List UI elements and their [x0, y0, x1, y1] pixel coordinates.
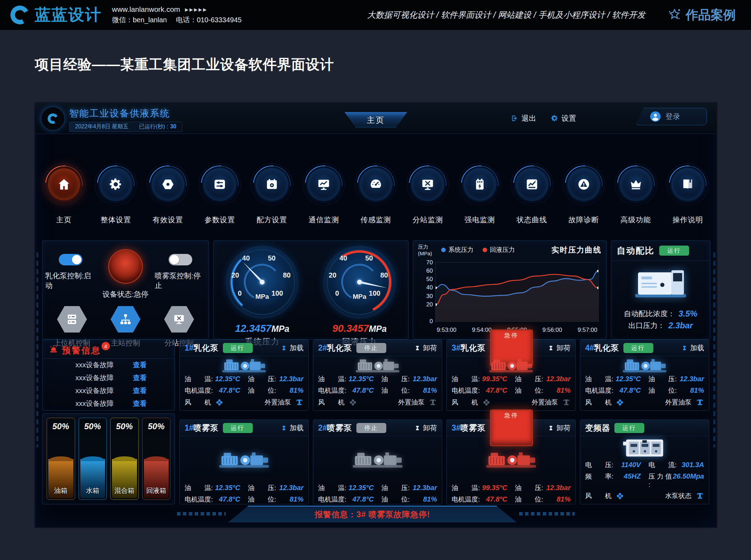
services-list: 大数据可视化设计 / 软件界面设计 / 网站建设 / 手机及小程序设计 / 软件… — [367, 9, 645, 21]
data-field: 油 温:99.35°C — [452, 375, 507, 384]
network-hex-button[interactable] — [111, 306, 140, 333]
fan-label: 风 机 — [318, 398, 345, 407]
gauge-hub — [357, 280, 362, 285]
host-hex-button[interactable] — [57, 306, 87, 333]
logout-button[interactable]: 退出 — [511, 113, 536, 123]
data-label: 电 压: — [585, 461, 613, 470]
nav-item-home[interactable]: 主页 — [38, 147, 90, 225]
card-number: 4# — [585, 343, 594, 353]
nav-item-hexagon[interactable]: 有效设置 — [142, 147, 194, 225]
unload-button[interactable]: 卸荷 — [548, 343, 571, 353]
nav-item-sensor[interactable]: 传感监测 — [350, 147, 402, 225]
pump-label: 外置油泵 — [265, 398, 291, 407]
hourglass-icon — [414, 345, 420, 351]
card-title: 乳化泵 — [461, 343, 486, 353]
data-value: 81% — [557, 386, 571, 394]
view-link[interactable]: 查看 — [133, 373, 175, 383]
pump-3-card: 3#乳化泵急停卸荷油 温:99.35°C油 压:12.3bar电机温度:47.8… — [446, 339, 576, 411]
nav-item-label: 状态曲线 — [517, 215, 547, 225]
auto-ratio-title: 自动配比 — [617, 245, 654, 256]
card-title: 乳化泵 — [327, 343, 352, 353]
load-button[interactable]: 加载 — [681, 343, 704, 353]
status-badge: 停止 — [356, 343, 386, 353]
data-field: 油 位:81% — [381, 386, 437, 395]
legend-dot-red — [483, 248, 487, 252]
nav-item-label: 有效设置 — [153, 215, 183, 225]
data-label: 油 温: — [318, 375, 346, 384]
nav-item-diagnosis[interactable]: 故障诊断 — [558, 147, 610, 225]
data-value: 47.8°C — [219, 386, 240, 394]
view-link[interactable]: 查看 — [133, 360, 175, 370]
tank-label: 油箱 — [47, 486, 75, 495]
spray-pump-toggle[interactable] — [169, 254, 192, 265]
nav-item-substation[interactable]: 分站监测 — [402, 147, 454, 225]
tick-0: 0 — [238, 289, 242, 297]
data-value: 12.35°C — [215, 375, 241, 383]
pump-icon — [696, 492, 704, 500]
data-field: 电 流:301.3A — [648, 461, 704, 470]
unload-button[interactable]: 卸荷 — [548, 423, 571, 433]
warning-text: xxx设备故障 — [42, 399, 133, 408]
nav-item-sliders[interactable]: 参数设置 — [194, 147, 246, 225]
data-field: 油 位:81% — [648, 386, 704, 395]
runtime-label: 已运行(秒) : — [139, 123, 168, 129]
tab-home[interactable]: 主页 — [345, 112, 407, 128]
nav-item-gear[interactable]: 整体设置 — [90, 147, 142, 225]
gauge-unit: MPa — [272, 324, 289, 334]
view-link[interactable]: 查看 — [133, 386, 175, 395]
data-field: 油 位:81% — [248, 386, 304, 395]
siren-icon — [49, 345, 58, 354]
warning-text: xxx设备故障 — [42, 360, 133, 370]
legend-system-pressure[interactable]: 系统压力 — [441, 246, 474, 254]
data-value: 12.3bar — [279, 484, 304, 492]
nav-item-comm[interactable]: 通信监测 — [298, 147, 350, 225]
view-link[interactable]: 查看 — [133, 399, 175, 408]
data-label: 油 位: — [515, 386, 543, 395]
nav-item-manual[interactable]: 操作说明 — [662, 147, 714, 225]
login-label: 登录 — [665, 112, 680, 121]
emergency-stop-button[interactable] — [108, 249, 143, 284]
return-pressure-gauge: 40 50 20 80 0 100 MPa 90.3457MPa 回液压力 — [311, 241, 408, 339]
nav-item-curve[interactable]: 状态曲线 — [506, 147, 558, 225]
card-title: 乳化泵 — [194, 343, 219, 353]
load-button[interactable]: 加载 — [281, 423, 304, 433]
nav-substation-icon — [412, 168, 444, 200]
page-title: 项目经验——某重工集团工业设备软件界面设计 — [35, 55, 334, 74]
phone-number: 电话：010-63334945 — [176, 15, 242, 25]
nav-item-recipe[interactable]: 配方设置 — [246, 147, 298, 225]
load-button[interactable]: 加载 — [281, 343, 304, 353]
portfolio-link[interactable]: 作品案例 — [668, 7, 736, 24]
site-url[interactable]: www.lanlanwork.com — [112, 5, 180, 14]
data-label: 油 压: — [248, 375, 276, 384]
nav-item-label: 强电监测 — [465, 215, 495, 225]
emulsion-pump-toggle[interactable] — [59, 254, 82, 265]
unload-button[interactable]: 卸荷 — [414, 423, 437, 433]
card-data-grid: 油 温:99.35°C油 压:12.3bar电机温度:47.8°C油 位:81% — [447, 483, 575, 504]
tick-20: 20 — [329, 271, 336, 279]
data-label: 油 位: — [248, 495, 276, 504]
monx-hex-button[interactable] — [164, 306, 194, 333]
exit-icon — [511, 114, 518, 122]
data-field: 油 位:81% — [381, 495, 437, 504]
card-title: 变频器 — [585, 423, 610, 433]
data-field: 压 力 值 :26.50Mpa — [648, 472, 704, 489]
pump-4-card: 4#乳化泵运行加载油 温:12.35°C油 压:12.3bar电机温度:47.8… — [580, 339, 709, 411]
settings-button[interactable]: 设置 — [551, 113, 576, 123]
data-value: 99.35°C — [482, 484, 508, 492]
data-label: 油 压: — [248, 483, 276, 493]
login-button[interactable]: 登录 — [635, 108, 707, 125]
warning-row: xxx设备故障查看 — [42, 359, 175, 371]
tank-label: 回液箱 — [143, 486, 170, 495]
data-value: 99.35°C — [482, 375, 508, 383]
nav-item-advanced[interactable]: 高级功能 — [610, 147, 662, 225]
legend-return-pressure[interactable]: 回液压力 — [483, 246, 515, 254]
logo[interactable]: 蓝蓝设计 — [0, 4, 102, 26]
chart-legend: 系统压力 回液压力 — [441, 246, 515, 254]
nav-item-power[interactable]: 强电监测 — [454, 147, 506, 225]
data-value: 12.35°C — [349, 484, 374, 492]
tick-40: 40 — [242, 254, 250, 262]
unload-button[interactable]: 卸荷 — [414, 343, 437, 353]
spray-3-card: 3#喷雾泵急停卸荷油 温:99.35°C油 压:12.3bar电机温度:47.8… — [446, 419, 576, 504]
system-title: 智能工业设备供液系统 — [69, 107, 170, 120]
nav-item-label: 高级功能 — [621, 215, 651, 225]
